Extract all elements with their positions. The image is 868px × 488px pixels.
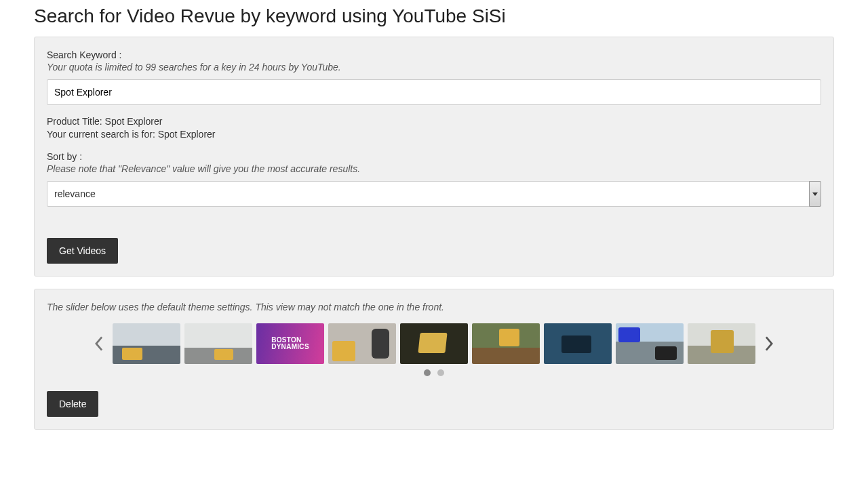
sort-by-label: Sort by : <box>47 151 821 162</box>
video-thumb[interactable] <box>400 323 468 364</box>
search-keyword-label: Search Keyword : <box>47 49 821 60</box>
slider-pagination <box>47 369 821 376</box>
video-thumb[interactable]: BOSTON DYNAMICS <box>256 323 324 364</box>
video-thumb[interactable] <box>328 323 396 364</box>
chevron-left-icon <box>94 336 104 351</box>
slider-prev-button[interactable] <box>90 323 108 364</box>
sort-by-value: relevance <box>47 181 821 207</box>
get-videos-button[interactable]: Get Videos <box>47 238 118 264</box>
chevron-down-icon[interactable] <box>809 181 821 207</box>
quota-hint: Your quota is limited to 99 searches for… <box>47 62 821 73</box>
slider-dot[interactable] <box>424 369 431 376</box>
page-title: Search for Video Revue by keyword using … <box>34 5 834 27</box>
video-thumb[interactable] <box>184 323 252 364</box>
chevron-right-icon <box>764 336 774 351</box>
thumb-brand-text: BOSTON DYNAMICS <box>271 337 309 351</box>
product-title-line: Product Title: Spot Explorer <box>47 116 821 127</box>
video-thumb[interactable] <box>544 323 612 364</box>
slider-thumbs: BOSTON DYNAMICS <box>113 323 755 364</box>
video-thumb[interactable] <box>688 323 755 364</box>
slider-panel: The slider below uses the default theme … <box>34 289 834 430</box>
slider-next-button[interactable] <box>760 323 778 364</box>
slider-hint: The slider below uses the default theme … <box>47 302 821 312</box>
sort-by-hint: Please note that "Relevance" value will … <box>47 163 821 174</box>
slider-dot[interactable] <box>437 369 444 376</box>
current-search-line: Your current search is for: Spot Explore… <box>47 129 821 140</box>
video-thumb[interactable] <box>472 323 540 364</box>
search-keyword-input[interactable] <box>47 79 821 105</box>
search-panel: Search Keyword : Your quota is limited t… <box>34 37 834 277</box>
delete-button[interactable]: Delete <box>47 391 98 417</box>
video-thumb[interactable] <box>113 323 180 364</box>
sort-by-select[interactable]: relevance <box>47 181 821 207</box>
video-thumb[interactable] <box>616 323 684 364</box>
video-slider: BOSTON DYNAMICS <box>47 323 821 364</box>
